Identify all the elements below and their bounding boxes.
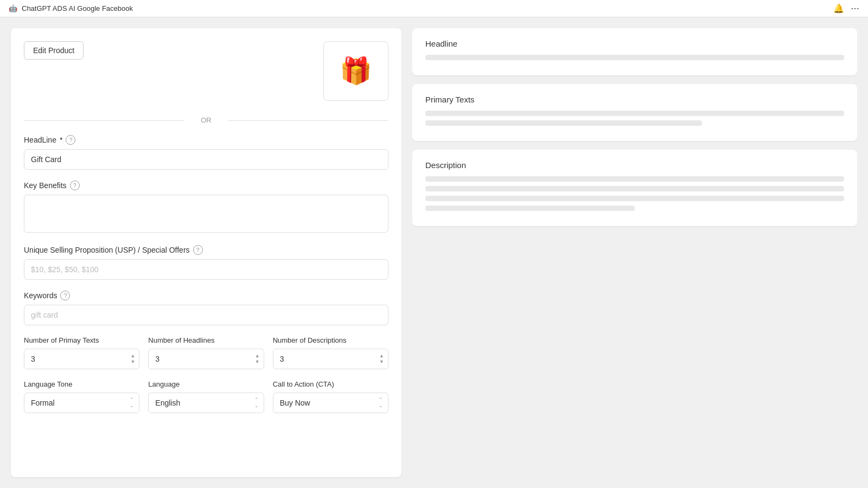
primary-texts-skeleton-2	[425, 120, 702, 126]
usp-label: Unique Selling Proposition (USP) / Speci…	[24, 246, 190, 254]
language-group: Language English Spanish French German	[148, 380, 264, 413]
language-select[interactable]: English Spanish French German	[148, 393, 264, 413]
app-logo-icon: 🤖	[9, 4, 17, 12]
notification-icon[interactable]: 🔔	[833, 3, 844, 14]
language-tone-label: Language Tone	[24, 380, 139, 388]
left-panel: Edit Product 🎁 OR HeadLine * ? Key Benef…	[11, 28, 401, 477]
key-benefits-input[interactable]	[24, 195, 388, 233]
description-skeleton-2	[425, 186, 844, 191]
num-headlines-spinner[interactable]: ▲ ▼	[255, 354, 260, 364]
description-skeleton-1	[425, 176, 844, 182]
usp-group: Unique Selling Proposition (USP) / Speci…	[24, 245, 388, 280]
headline-required: *	[60, 136, 62, 144]
num-primary-texts-group: Number of Primay Texts ▲ ▼	[24, 336, 139, 369]
language-label: Language	[148, 380, 264, 388]
num-primary-texts-input[interactable]	[24, 349, 139, 369]
key-benefits-help-icon[interactable]: ?	[70, 181, 80, 190]
headline-group: HeadLine * ?	[24, 135, 388, 170]
headline-preview-card: Headline	[412, 28, 857, 75]
description-skeleton-4	[425, 206, 635, 211]
keywords-group: Keywords ?	[24, 291, 388, 325]
num-headlines-label: Number of Headlines	[148, 336, 264, 344]
product-emoji: 🎁	[340, 56, 372, 86]
headline-card-title: Headline	[425, 39, 844, 48]
key-benefits-label: Key Benefits	[24, 181, 67, 190]
primary-texts-preview-card: Primary Texts	[412, 84, 857, 141]
primary-texts-card-title: Primary Texts	[425, 95, 844, 104]
description-skeleton-3	[425, 196, 844, 201]
language-tone-select[interactable]: Formal Casual Professional Friendly	[24, 393, 139, 413]
right-panel: Headline Primary Texts Description	[412, 28, 857, 477]
top-bar: 🤖 ChatGPT ADS AI Google Facebook 🔔 ⋯	[0, 0, 868, 17]
product-image-box: 🎁	[323, 41, 388, 101]
num-descriptions-spinner[interactable]: ▲ ▼	[379, 354, 384, 364]
keywords-label: Keywords	[24, 291, 57, 300]
primary-texts-skeleton-1	[425, 111, 844, 116]
description-preview-card: Description	[412, 150, 857, 226]
app-title: ChatGPT ADS AI Google Facebook	[22, 4, 133, 12]
language-tone-group: Language Tone Formal Casual Professional…	[24, 380, 139, 413]
key-benefits-group: Key Benefits ?	[24, 181, 388, 234]
cta-group: Call to Action (CTA) Buy Now Shop Now Le…	[273, 380, 388, 413]
keywords-help-icon[interactable]: ?	[60, 291, 70, 300]
num-headlines-input[interactable]	[148, 349, 264, 369]
description-card-title: Description	[425, 160, 844, 170]
headline-help-icon[interactable]: ?	[66, 135, 75, 145]
num-primary-texts-spinner[interactable]: ▲ ▼	[130, 354, 135, 364]
cta-select[interactable]: Buy Now Shop Now Learn More Sign Up	[273, 393, 388, 413]
headline-input[interactable]	[24, 149, 388, 170]
top-bar-left: 🤖 ChatGPT ADS AI Google Facebook	[9, 4, 133, 12]
usp-input[interactable]	[24, 259, 388, 280]
num-descriptions-label: Number of Descriptions	[273, 336, 388, 344]
headline-label: HeadLine	[24, 136, 56, 144]
num-descriptions-input[interactable]	[273, 349, 388, 369]
top-bar-right: 🔔 ⋯	[833, 3, 859, 14]
usp-help-icon[interactable]: ?	[193, 245, 203, 255]
keywords-input[interactable]	[24, 305, 388, 325]
headline-skeleton-1	[425, 55, 844, 60]
num-descriptions-group: Number of Descriptions ▲ ▼	[273, 336, 388, 369]
more-icon[interactable]: ⋯	[851, 3, 859, 14]
num-primary-texts-label: Number of Primay Texts	[24, 336, 139, 344]
or-divider: OR	[24, 116, 388, 124]
num-headlines-group: Number of Headlines ▲ ▼	[148, 336, 264, 369]
cta-label: Call to Action (CTA)	[273, 380, 388, 388]
edit-product-button[interactable]: Edit Product	[24, 41, 84, 60]
